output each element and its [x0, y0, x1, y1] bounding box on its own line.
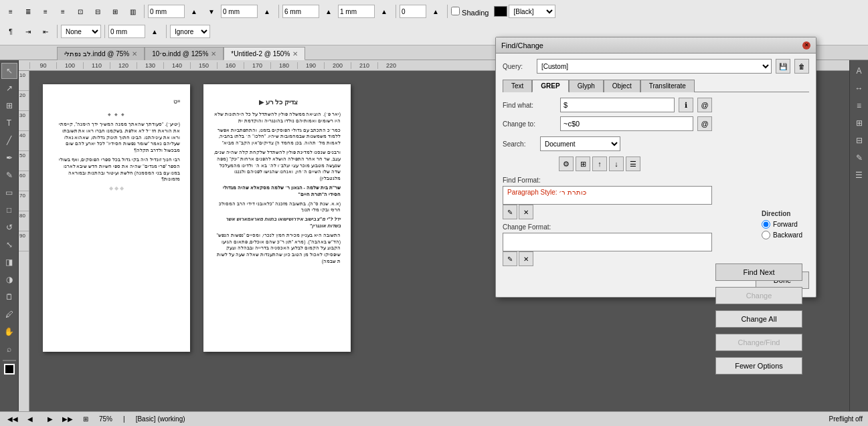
toolbar-input-2[interactable] [221, 5, 258, 18]
change-specify-icon: ✎ [507, 255, 513, 263]
shading-checkbox[interactable] [451, 7, 460, 15]
toolbar-align-7[interactable]: ⊞ [107, 3, 123, 19]
tool-pencil[interactable]: ✎ [1, 167, 17, 183]
tool-scale[interactable]: ⤡ [1, 237, 17, 253]
tool-hand[interactable]: ✋ [1, 324, 17, 340]
change-all-btn[interactable]: Change All [715, 310, 802, 328]
find-format-box: Paragraph Style: כותרת ר׳ [503, 186, 712, 205]
prev-page-btn2[interactable]: ◀ [25, 415, 35, 423]
tab-grep[interactable]: GREP [532, 80, 568, 92]
toolbar-spin-up-2[interactable]: ▲ [259, 3, 275, 19]
toolbar-para-btn[interactable]: ¶ [3, 23, 19, 39]
format-icon-1[interactable]: ⚙ [559, 156, 574, 171]
tab-2[interactable]: *Untitled-2 @ 150% ✕ [224, 47, 305, 60]
tool-rect[interactable]: □ [1, 202, 17, 218]
find-what-info-btn[interactable]: ℹ [679, 98, 693, 112]
toolbar-spin-up-5[interactable]: ▲ [428, 3, 444, 19]
toolbar-input-1[interactable] [148, 5, 185, 18]
change-btn[interactable]: Change [715, 287, 802, 304]
toolbar-align-8[interactable]: ▥ [124, 3, 141, 19]
find-format-clear-btn[interactable]: ✕ [519, 205, 533, 219]
query-delete-btn[interactable]: 🗑 [794, 59, 809, 74]
dialog-close-btn[interactable]: ✕ [802, 41, 810, 49]
toolbar-align-3[interactable]: ≡ [37, 3, 54, 19]
toolbar-spin-up-3[interactable]: ▲ [321, 3, 337, 19]
tool-rect-frame[interactable]: ▭ [1, 185, 17, 201]
toolbar-row2-input[interactable] [108, 25, 145, 38]
find-what-input[interactable] [560, 98, 675, 112]
action-buttons-col: Find Next Change Change All Change/Find … [715, 263, 802, 378]
toolbar-input-4[interactable] [338, 5, 375, 18]
color-select[interactable]: [Black] [509, 5, 555, 18]
toolbar-spin-up-1[interactable]: ▲ [186, 3, 202, 19]
toolbar-align-6[interactable]: ⊟ [90, 3, 106, 19]
tool-type[interactable]: T [1, 115, 17, 131]
right-panel-btn-2[interactable]: ↔ [851, 80, 867, 96]
fill-stroke-indicator[interactable] [4, 364, 15, 375]
tab-0[interactable]: לב נפתלי.indd @ 75% ✕ [57, 47, 145, 60]
right-panel-btn-6[interactable]: ✎ [851, 150, 867, 166]
toolbar-align-4[interactable]: ≡ [55, 3, 71, 19]
toolbar-row2-spin[interactable]: ▲ [147, 23, 163, 39]
tool-gradient-swatch[interactable]: ◨ [1, 254, 17, 270]
tool-gradient-feather[interactable]: ◑ [1, 272, 17, 288]
tool-gap[interactable]: ⊞ [1, 98, 17, 114]
query-save-btn[interactable]: 💾 [776, 59, 790, 74]
toolbar-text-align-left[interactable]: ≡ [3, 3, 19, 19]
right-panel-btn-7[interactable]: ☰ [851, 167, 867, 183]
tab-transliterate[interactable]: Transliterate [640, 80, 695, 92]
change-to-at-btn[interactable]: @ [697, 116, 712, 131]
tab-1[interactable]: ס׳10.indd @ 125% ✕ [145, 47, 224, 60]
toolbar-input-3[interactable] [282, 5, 319, 18]
tool-eyedropper[interactable]: 🖊 [1, 306, 17, 322]
format-icon-2[interactable]: ⊞ [576, 156, 590, 171]
format-icon-5[interactable]: ☰ [626, 156, 640, 171]
tool-direct-select[interactable]: ↗ [1, 80, 17, 96]
toolbar-indent-btn[interactable]: ⇥ [20, 23, 36, 39]
find-format-specify-btn[interactable]: ✎ [503, 205, 517, 219]
search-select[interactable]: Document [540, 136, 620, 151]
next-page-btn2[interactable]: ▶▶ [60, 415, 75, 423]
toolbar-align-2[interactable]: ≣ [20, 3, 36, 19]
tool-rotate[interactable]: ↺ [1, 219, 17, 235]
right-panel-btn-1[interactable]: A [851, 63, 867, 79]
tool-select[interactable]: ↖ [1, 63, 17, 79]
find-what-at-btn[interactable]: @ [697, 98, 712, 112]
query-select[interactable]: [Custom] [537, 59, 772, 74]
tab-0-close[interactable]: ✕ [132, 50, 137, 58]
format-icon-3[interactable]: ↑ [592, 156, 607, 171]
tab-1-close[interactable]: ✕ [211, 50, 216, 58]
toolbar-dedent-btn[interactable]: ⇤ [37, 23, 54, 39]
next-page-btn[interactable]: ▶ [46, 415, 55, 423]
change-format-clear-btn[interactable]: ✕ [519, 251, 533, 266]
tab-2-close[interactable]: ✕ [292, 50, 298, 58]
search-row: Search: Document [503, 136, 809, 151]
tool-line[interactable]: ╱ [1, 132, 17, 148]
change-format-specify-btn[interactable]: ✎ [503, 251, 517, 266]
forward-radio[interactable] [762, 220, 770, 229]
toolbar-spin-dn-1[interactable]: ▼ [203, 3, 220, 19]
toolbar-input-5[interactable] [400, 5, 426, 18]
tab-object[interactable]: Object [604, 80, 640, 92]
forward-radio-row: Forward [762, 220, 802, 229]
ignore-select[interactable]: Ignore [170, 25, 210, 38]
tool-note[interactable]: 🗒 [1, 289, 17, 305]
right-panel-btn-5[interactable]: ⊟ [851, 132, 867, 148]
right-panel-btn-3[interactable]: ≡ [851, 98, 867, 114]
fewer-options-btn[interactable]: Fewer Options [715, 357, 802, 375]
format-icon-4[interactable]: ↓ [609, 156, 624, 171]
prev-page-btn[interactable]: ◀◀ [5, 415, 20, 423]
change-find-btn[interactable]: Change/Find [715, 334, 802, 351]
right-panel-btn-4[interactable]: ⊞ [851, 115, 867, 131]
tool-pen[interactable]: ✒ [1, 150, 17, 166]
find-next-btn[interactable]: Find Next [715, 263, 802, 281]
change-to-input[interactable] [560, 116, 693, 131]
tool-zoom[interactable]: ⌕ [1, 341, 17, 357]
format-icon-5-glyph: ☰ [630, 160, 636, 169]
none-select[interactable]: None [61, 25, 101, 38]
toolbar-spin-up-4[interactable]: ▲ [376, 3, 392, 19]
tab-text[interactable]: Text [503, 80, 532, 92]
tab-glyph[interactable]: Glyph [569, 80, 604, 92]
backward-radio[interactable] [762, 231, 770, 239]
toolbar-align-5[interactable]: ⊡ [72, 3, 88, 19]
